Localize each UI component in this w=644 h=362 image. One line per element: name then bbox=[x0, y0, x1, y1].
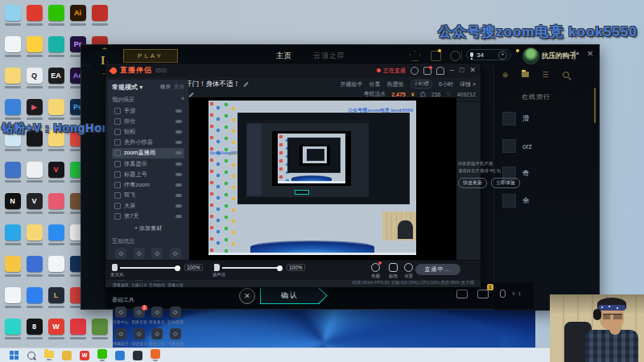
scene-visibility-toggle[interactable] bbox=[175, 194, 182, 197]
changba-icon[interactable] bbox=[70, 319, 86, 335]
desktop-icon-mic-app-icon[interactable] bbox=[2, 223, 23, 254]
desktop-icon-eight-ball-icon[interactable]: 8 bbox=[23, 317, 45, 348]
edge-icon[interactable] bbox=[115, 351, 125, 360]
tool-item[interactable]: ◇语音公告 bbox=[148, 328, 167, 347]
share-link[interactable]: 分享 bbox=[369, 80, 381, 88]
message-icon[interactable] bbox=[423, 67, 431, 75]
tool-icon[interactable]: ◇ bbox=[115, 248, 126, 259]
scene-visibility-toggle[interactable] bbox=[175, 109, 182, 113]
friend-row[interactable]: orz bbox=[502, 139, 532, 153]
scene-visibility-toggle[interactable] bbox=[175, 130, 182, 134]
wps-icon[interactable]: W bbox=[48, 319, 64, 335]
scene-visibility-toggle[interactable] bbox=[175, 151, 182, 154]
desktop-icon-v-app-icon[interactable]: V bbox=[23, 191, 45, 223]
tab-home[interactable]: 主页 bbox=[276, 51, 292, 61]
companion-maximize-button[interactable]: □ bbox=[460, 67, 464, 74]
dark-app-icon[interactable] bbox=[133, 351, 142, 360]
v-app-icon[interactable]: V bbox=[27, 193, 43, 209]
try-now-button[interactable]: 立即体验 bbox=[491, 178, 520, 188]
red-app-icon[interactable] bbox=[92, 5, 108, 21]
iqiyi-icon[interactable]: ▶ bbox=[27, 99, 43, 115]
companion-minimize-button[interactable]: – bbox=[450, 67, 454, 74]
folder-icon[interactable] bbox=[5, 68, 21, 84]
desktop-icon-folder-icon[interactable] bbox=[2, 66, 23, 97]
desktop-icon-text-doc-icon[interactable] bbox=[2, 35, 23, 66]
add-friend-icon[interactable]: ⊕ bbox=[501, 70, 510, 79]
tool-item[interactable]: ◇下播总结 bbox=[167, 328, 185, 347]
desktop-icon-nzxt-cam-icon[interactable]: N bbox=[2, 191, 23, 223]
tab-tft[interactable]: 云顶之弈 bbox=[313, 51, 345, 61]
desktop-icon-text-doc-icon[interactable] bbox=[45, 254, 67, 286]
valorant-icon[interactable]: V bbox=[48, 162, 64, 178]
beauty-icon[interactable] bbox=[371, 263, 380, 272]
blue-red-app-icon[interactable] bbox=[27, 256, 43, 272]
meeting-app-icon[interactable] bbox=[48, 224, 64, 241]
dark-app-icon[interactable] bbox=[129, 349, 147, 362]
quick-update-button[interactable]: 快速更新 bbox=[458, 178, 487, 188]
scene-item[interactable]: 排位 bbox=[112, 116, 184, 126]
capcut-icon[interactable] bbox=[5, 319, 21, 335]
scene-item[interactable]: 意外小惊喜 bbox=[112, 138, 184, 148]
detail-link[interactable]: 详情 > bbox=[460, 80, 476, 88]
friends-scrollbar[interactable] bbox=[594, 88, 596, 123]
friend-row[interactable]: 余 bbox=[502, 194, 530, 208]
mic-volume-slider[interactable] bbox=[120, 267, 178, 269]
scene-visibility-toggle[interactable] bbox=[175, 120, 182, 123]
tool-icon[interactable]: ◇ bbox=[151, 328, 163, 339]
orientation-landscape[interactable]: 横屏 bbox=[160, 84, 171, 91]
scene-visibility-toggle[interactable] bbox=[175, 215, 182, 218]
wps-taskbar-icon[interactable]: W bbox=[80, 351, 89, 360]
hour-rank-badge[interactable]: 小时榜 bbox=[411, 80, 433, 88]
desktop-icon-capcut-icon[interactable] bbox=[2, 317, 23, 348]
wechat-icon[interactable] bbox=[48, 5, 64, 21]
scene-item[interactable]: 大屏 bbox=[112, 201, 184, 212]
this-pc-icon[interactable] bbox=[5, 99, 21, 115]
settings-gear-icon[interactable] bbox=[574, 51, 576, 60]
tool-icon[interactable]: ◇ bbox=[151, 248, 163, 259]
stream-preview-canvas[interactable]: 公众号搜zoom电竞 kook5550 HongHong9654 bbox=[189, 97, 456, 260]
desktop-icon-pink-app-icon[interactable] bbox=[45, 191, 67, 223]
desktop-icon-wps-icon[interactable]: W bbox=[45, 317, 67, 348]
assist-link[interactable]: 开播助手 bbox=[341, 80, 363, 88]
start-button[interactable] bbox=[10, 351, 19, 360]
mode-dropdown[interactable]: 常规模式 ▾ bbox=[112, 83, 142, 92]
esports-icon[interactable] bbox=[410, 51, 420, 61]
scene-item[interactable]: 手游 bbox=[112, 105, 184, 116]
desktop-icon-owl-app-icon[interactable] bbox=[2, 254, 23, 286]
play-button[interactable]: PLAY bbox=[123, 49, 178, 63]
mic-volume-icon[interactable] bbox=[112, 264, 118, 271]
desktop-icon-blue-doc-icon[interactable] bbox=[2, 160, 23, 191]
netease-music-icon[interactable] bbox=[27, 5, 43, 21]
band-mic-icon[interactable] bbox=[500, 290, 506, 298]
ea-app-icon[interactable]: EA bbox=[48, 68, 64, 84]
scene-item[interactable]: 第7天 bbox=[112, 212, 184, 222]
tool-item[interactable]: ◇直播任务1 bbox=[130, 306, 149, 325]
close-button[interactable]: ✕ bbox=[587, 50, 593, 58]
tool-icon[interactable]: ◇ bbox=[170, 248, 181, 259]
streamer-avatar[interactable] bbox=[522, 47, 539, 64]
desktop-icon-wechat-icon[interactable] bbox=[45, 3, 67, 35]
browser-orange-icon[interactable] bbox=[147, 349, 164, 362]
add-material-button[interactable]: + 添加素材 bbox=[112, 224, 184, 232]
wps-taskbar-icon[interactable]: W bbox=[76, 349, 93, 362]
blue-doc-icon[interactable] bbox=[5, 162, 21, 178]
tool-item[interactable]: ◇任务中心 bbox=[112, 306, 130, 325]
desktop-icon-cursor-app-icon[interactable] bbox=[23, 160, 45, 191]
companion-settings-icon[interactable] bbox=[404, 263, 413, 272]
raylink-icon[interactable] bbox=[27, 287, 43, 303]
scene-visibility-toggle[interactable] bbox=[175, 141, 182, 144]
text-doc-icon[interactable] bbox=[5, 287, 21, 303]
missions-icon[interactable] bbox=[450, 51, 460, 61]
wegame-lol-icon[interactable]: L bbox=[48, 287, 64, 303]
tool-item[interactable]: ◇弹幕助手 bbox=[112, 328, 130, 347]
voice-add-icon[interactable]: + bbox=[498, 51, 507, 60]
recycle-bin-icon[interactable] bbox=[5, 5, 21, 21]
tool-icon[interactable]: ◇ bbox=[170, 328, 181, 339]
search-icon[interactable] bbox=[23, 349, 40, 362]
speaker-volume-icon[interactable] bbox=[214, 264, 220, 271]
desktop-icon-folder-icon[interactable] bbox=[23, 223, 45, 254]
text-doc-icon[interactable] bbox=[48, 256, 64, 272]
minimize-button[interactable]: – bbox=[562, 50, 567, 58]
scene-item[interactable]: 弹幕提示 bbox=[112, 158, 184, 169]
illustrator-icon[interactable]: Ai bbox=[70, 5, 86, 21]
